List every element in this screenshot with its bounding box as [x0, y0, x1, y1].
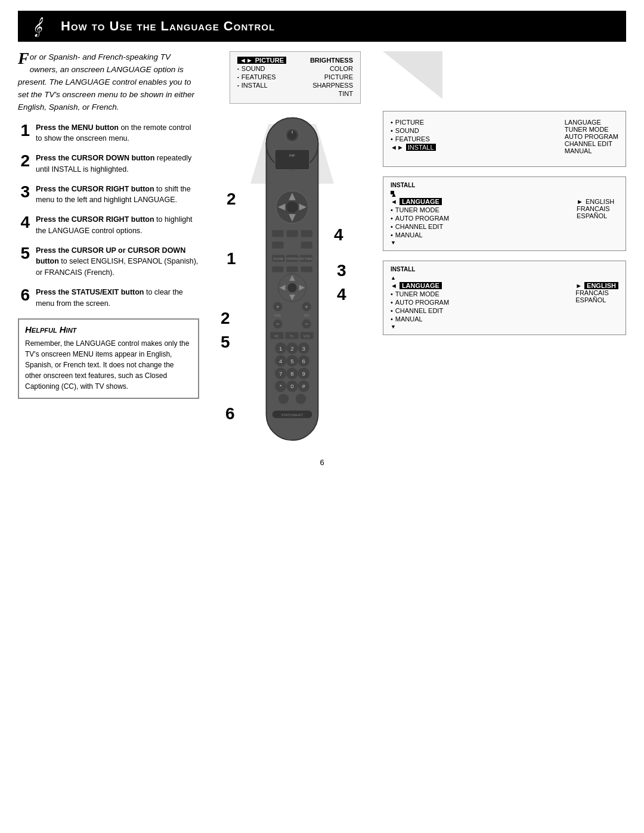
page-wrapper: 𝄞 How to Use the Language Control For or…	[0, 11, 644, 479]
step-6-bold: Press the STATUS/EXIT button	[36, 288, 144, 296]
step-5-label-b: 5	[221, 333, 230, 352]
menu-tint: TINT	[339, 90, 353, 97]
svg-point-14	[286, 202, 298, 213]
menu-color: COLOR	[330, 65, 353, 72]
step-3-number: 3	[18, 184, 30, 200]
intro-paragraph: For or Spanish- and French-speaking TV o…	[18, 51, 199, 114]
center-column: ◄► PICTURE BRIGHTNESS • SOUND COLOR	[209, 51, 376, 446]
svg-rect-15	[272, 230, 283, 237]
m3-arr: ◄	[391, 198, 397, 205]
menu-sharpness: SHARPNESS	[312, 82, 353, 89]
features-label: FEATURES	[242, 73, 276, 80]
menu2-sound: • SOUND	[391, 127, 447, 134]
svg-rect-19	[301, 241, 312, 249]
steps-list: 1 Press the MENU button on the remote co…	[18, 122, 199, 309]
menu-screen-1: ◄► PICTURE BRIGHTNESS • SOUND COLOR	[230, 51, 361, 104]
tv-menu-2-content: • PICTURE • SOUND • FEATURES ◄►	[391, 119, 618, 162]
svg-text:𝄞: 𝄞	[32, 17, 44, 37]
m2-bullet-snd: •	[391, 127, 393, 134]
page-header: 𝄞 How to Use the Language Control	[18, 11, 626, 42]
menu-row-1: ◄► PICTURE BRIGHTNESS	[237, 57, 353, 64]
menu-row-5: TINT	[237, 90, 353, 97]
m3-bull-aut: •	[391, 215, 393, 222]
m4-english-hl: ENGLISH	[584, 282, 618, 289]
svg-text:0: 0	[290, 383, 293, 389]
step-5: 5 Press the CURSOR UP or CURSOR DOWN but…	[18, 245, 199, 278]
svg-text:5: 5	[290, 358, 293, 364]
step-3-bold: Press the CURSOR RIGHT button	[36, 185, 154, 193]
svg-text:PIP: PIP	[289, 154, 295, 157]
m4-auto: AUTO PROGRAM	[395, 299, 449, 306]
menu4-tuner: • TUNER MODE	[391, 290, 449, 298]
svg-text:4: 4	[279, 358, 283, 364]
m3-lang-hl: LANGUAGE	[400, 198, 442, 205]
svg-rect-27	[286, 267, 298, 272]
svg-text:STATUS/EXIT: STATUS/EXIT	[281, 413, 304, 417]
tv-menu-3-triangle: ▲	[391, 191, 394, 194]
hint-title: Helpful Hint	[25, 324, 192, 335]
tv-menu-4-left: ◄ LANGUAGE • TUNER MODE • AUTO PROGRAM	[391, 282, 449, 330]
svg-text:TV: TV	[290, 335, 294, 338]
tv-menu-2-left: • PICTURE • SOUND • FEATURES ◄►	[391, 119, 447, 162]
m4-bull-aut: •	[391, 299, 393, 306]
step-2-bold: Press the CURSOR DOWN button	[36, 154, 154, 162]
hint-text: Remember, the LANGUAGE control makes onl…	[25, 338, 192, 392]
m4-eng: ► ENGLISH	[575, 282, 618, 289]
step-4-bold: Press the CURSOR RIGHT button	[36, 215, 154, 224]
svg-rect-17	[301, 230, 312, 237]
m2-arrow: ◄►	[391, 144, 404, 151]
menu-row-2: • SOUND COLOR	[237, 65, 353, 72]
svg-text:VCR: VCR	[304, 335, 310, 338]
svg-text:+: +	[305, 304, 308, 310]
tv-menu-4: INSTALL ▲ ◄ LANGUAGE • TUNER MODE •	[383, 261, 626, 335]
svg-text:+: +	[276, 304, 280, 310]
svg-text:−: −	[276, 321, 280, 327]
menu-picture-sub: PICTURE	[324, 73, 353, 80]
m3-eng: ►ENGLISH	[577, 198, 618, 205]
m3-english: ENGLISH	[586, 198, 614, 205]
m4-blank: ▼	[391, 324, 449, 330]
m4-manual: MANUAL	[395, 315, 423, 323]
step-5-label-a: 2	[221, 309, 230, 328]
tv-menu-4-right: ► ENGLISH FRANCAIS ESPAÑOL	[575, 282, 618, 330]
menu-row-3: • FEATURES PICTURE	[237, 73, 353, 80]
svg-text:2: 2	[290, 345, 293, 352]
m3-es: ESPAÑOL	[577, 212, 618, 219]
svg-text:PICTURE: PICTURE	[300, 258, 312, 261]
step-1-number: 1	[18, 122, 30, 139]
menu2-features: • FEATURES	[391, 135, 447, 143]
sound-label: SOUND	[242, 65, 265, 72]
left-column: For or Spanish- and French-speaking TV o…	[18, 51, 209, 446]
tv-menu-3-title: INSTALL	[391, 182, 618, 188]
tv-menu-2-right: LANGUAGE TUNER MODE AUTO PROGRAM CHANNEL…	[565, 119, 618, 162]
menu-brightness: BRIGHTNESS	[310, 57, 353, 64]
step-2: 2 Press the CURSOR DOWN button repeatedl…	[18, 153, 199, 175]
svg-text:6: 6	[302, 358, 305, 364]
m3-bull-man: •	[391, 231, 393, 239]
menu3-auto: • AUTO PROGRAM	[391, 215, 449, 222]
m3-auto: AUTO PROGRAM	[395, 215, 449, 222]
tv-menu-3-content: ◄ LANGUAGE • TUNER MODE • AUTO PROGRAM	[391, 198, 618, 246]
menu3-channel: • CHANNEL EDIT	[391, 223, 449, 230]
svg-text:SOUND: SOUND	[273, 258, 284, 261]
corner-decoration	[383, 51, 442, 99]
m2-tuner: TUNER MODE	[565, 126, 618, 133]
m2-bullet-feat: •	[391, 135, 393, 143]
picture-arrow: ◄►	[240, 57, 253, 64]
m2-channel: CHANNEL EDIT	[565, 140, 618, 147]
tv-menu-3-right: ►ENGLISH FRANCAIS ESPAÑOL	[577, 198, 618, 246]
svg-point-76	[296, 394, 306, 404]
step-1: 1 Press the MENU button on the remote co…	[18, 122, 199, 145]
step-2-number: 2	[18, 153, 30, 169]
svg-text:PC: PC	[275, 335, 279, 338]
step-4-text: Press the CURSOR RIGHT button to highlig…	[36, 214, 199, 237]
m3-blank: ▼	[391, 240, 449, 246]
m3-channel: CHANNEL EDIT	[395, 223, 443, 230]
m2-blank	[565, 154, 618, 162]
m2-auto: AUTO PROGRAM	[565, 133, 618, 140]
step-4: 4 Press the CURSOR RIGHT button to highl…	[18, 214, 199, 237]
menu4-language: ◄ LANGUAGE	[391, 282, 449, 289]
m2-picture: PICTURE	[395, 119, 424, 126]
remote-control: PIP	[233, 112, 352, 446]
m3-manual: MANUAL	[395, 231, 423, 239]
